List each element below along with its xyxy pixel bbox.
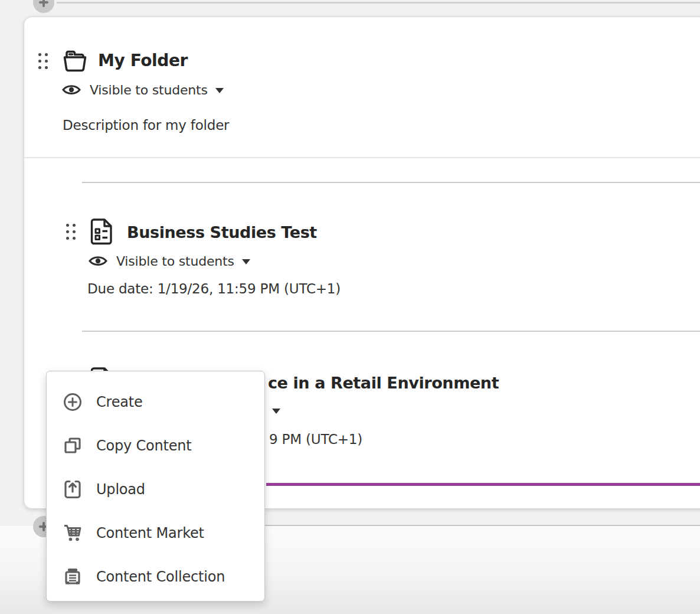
folder-title[interactable]: My Folder	[98, 50, 188, 71]
add-content-button-top[interactable]	[33, 0, 54, 13]
item-title-fragment[interactable]: ce in a Retail Environment	[268, 373, 499, 394]
item-divider	[82, 331, 700, 332]
insert-divider-top	[57, 2, 700, 4]
add-content-menu: Create Copy Content Upload	[46, 371, 265, 602]
plus-circle-icon	[63, 392, 83, 412]
item-visibility-dropdown[interactable]: Visible to students	[88, 253, 250, 269]
menu-item-label: Content Collection	[96, 569, 225, 585]
folder-icon	[61, 49, 89, 73]
menu-item-label: Create	[96, 394, 143, 410]
plus-icon	[39, 0, 48, 7]
folder-content-divider	[24, 157, 700, 158]
menu-item-label: Copy Content	[96, 437, 192, 454]
menu-item-copy-content[interactable]: Copy Content	[47, 424, 264, 468]
chevron-down-icon	[272, 409, 280, 414]
menu-item-label: Content Market	[96, 525, 204, 541]
copy-icon	[63, 436, 83, 456]
chevron-down-icon	[215, 88, 224, 93]
item-visibility-label: Visible to students	[116, 254, 234, 269]
menu-item-create[interactable]: Create	[47, 380, 264, 424]
folder-description: Description for my folder	[63, 116, 229, 134]
chevron-down-icon	[242, 259, 250, 264]
menu-item-content-collection[interactable]: Content Collection	[47, 555, 264, 599]
insertion-indicator-line	[266, 483, 700, 486]
menu-item-upload[interactable]: Upload	[47, 468, 264, 511]
test-document-icon	[90, 218, 114, 246]
menu-item-label: Upload	[96, 481, 145, 498]
eye-icon	[88, 253, 108, 269]
item-due-date: Due date: 1/19/26, 11:59 PM (UTC+1)	[87, 280, 341, 298]
folder-visibility-label: Visible to students	[90, 83, 208, 97]
item-title[interactable]: Business Studies Test	[127, 222, 317, 243]
content-collection-icon	[63, 567, 83, 587]
folder-visibility-dropdown[interactable]: Visible to students	[61, 82, 224, 97]
item-divider	[82, 182, 700, 183]
drag-handle[interactable]	[38, 53, 48, 69]
drag-handle[interactable]	[66, 224, 76, 240]
course-content-page: My Folder Visible to students Descriptio…	[0, 0, 700, 614]
menu-item-content-market[interactable]: Content Market	[47, 511, 264, 555]
shopping-cart-icon	[63, 523, 83, 543]
eye-icon	[61, 82, 81, 97]
item-due-date-fragment: 9 PM (UTC+1)	[269, 430, 362, 448]
upload-icon	[63, 479, 83, 499]
